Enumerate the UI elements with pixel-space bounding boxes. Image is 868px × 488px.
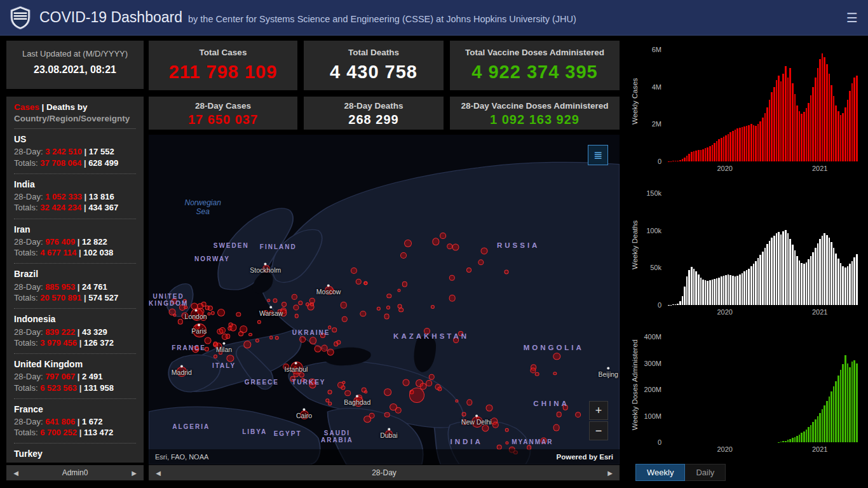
bar xyxy=(735,130,736,161)
bar xyxy=(714,143,715,161)
country-list-item[interactable]: Turkey 28-Day: | Totals: | xyxy=(14,444,136,463)
map-pager-prev-icon[interactable]: ◀ xyxy=(149,470,168,477)
bar xyxy=(732,131,734,161)
bar xyxy=(695,151,697,161)
bar xyxy=(799,261,801,305)
y-tick: 200M xyxy=(644,386,661,393)
country-28day-line: 28-Day: 797 067 | 2 491 xyxy=(14,371,136,382)
total-deaths-label: Total Deaths xyxy=(304,48,444,57)
country-label: NORWAY xyxy=(194,255,230,262)
total-cases-value: 211 798 109 xyxy=(149,62,297,83)
admin-pager-next-icon[interactable]: ▶ xyxy=(125,470,144,477)
country-list-item[interactable]: Iran 28-Day: 976 409 | 12 822 Totals: 4 … xyxy=(14,219,136,264)
country-label: FINLAND xyxy=(260,243,297,250)
bar xyxy=(769,100,771,161)
bar xyxy=(748,269,750,305)
country-list-item[interactable]: India 28-Day: 1 052 333 | 13 816 Totals:… xyxy=(14,174,136,219)
country-totals-line: Totals: 37 708 064 | 628 499 xyxy=(14,158,136,168)
y-tick: 6M xyxy=(652,46,661,53)
bar xyxy=(682,296,684,305)
country-list-item[interactable]: United Kingdom 28-Day: 797 067 | 2 491 T… xyxy=(14,354,136,399)
country-list-item[interactable]: Indonesia 28-Day: 839 222 | 43 329 Total… xyxy=(14,309,136,354)
bar xyxy=(739,274,741,305)
bar xyxy=(796,256,798,305)
zoom-in-icon: + xyxy=(595,404,602,417)
admin-pager-prev-icon[interactable]: ◀ xyxy=(6,470,25,477)
28day-cases-label: 28-Day Cases xyxy=(149,101,297,111)
bar xyxy=(759,121,761,161)
city-label: Paris xyxy=(191,324,207,335)
city-dot-icon xyxy=(194,309,197,311)
city-name: Moscow xyxy=(316,287,341,295)
bar xyxy=(806,262,808,305)
bar xyxy=(716,141,718,161)
bar xyxy=(769,241,771,305)
bar xyxy=(856,254,858,305)
bar xyxy=(840,115,842,161)
country-28day-line: 28-Day: 641 806 | 1 672 xyxy=(14,416,136,427)
bar xyxy=(725,275,727,305)
y-tick: 4M xyxy=(652,83,661,91)
menu-icon[interactable]: ☰ xyxy=(846,11,858,24)
country-list-header: Cases | Deaths by xyxy=(14,102,136,112)
x-tick: 2020 xyxy=(717,445,732,453)
bar xyxy=(700,278,702,305)
city-name: Stockholm xyxy=(250,266,281,274)
bar xyxy=(792,438,794,442)
bar xyxy=(789,68,791,161)
weekly-doses-chart: Weekly Doses Administered 0100M200M300M4… xyxy=(626,328,862,461)
map-canvas[interactable]: Norwegian SeaNORWAYSWEDENFINLANDRUSSIAUN… xyxy=(149,135,620,464)
bars xyxy=(668,193,858,305)
bar xyxy=(787,78,789,161)
28day-deaths-value: 268 299 xyxy=(304,112,444,127)
weekly-deaths-chart: Weekly Deaths 050k100k150k 20202021 xyxy=(626,184,862,324)
country-label: MONGOLIA xyxy=(524,344,584,351)
bar xyxy=(782,74,784,161)
bar xyxy=(815,248,817,305)
map-pager-next-icon[interactable]: ▶ xyxy=(600,470,620,477)
zoom-out-button[interactable]: − xyxy=(589,421,608,440)
country-list-item[interactable]: Brazil 28-Day: 885 953 | 24 761 Totals: … xyxy=(14,264,136,309)
bar xyxy=(819,59,821,161)
bar xyxy=(810,425,812,442)
city-name: Milan xyxy=(216,345,232,353)
bar xyxy=(801,114,803,161)
bar xyxy=(776,80,778,161)
zoom-in-button[interactable]: + xyxy=(589,401,608,420)
bar xyxy=(801,263,803,305)
legend-button[interactable]: ≣ xyxy=(588,145,608,165)
sea-label: Norwegian Sea xyxy=(185,198,221,216)
country-name: France xyxy=(14,403,136,415)
country-list-item[interactable]: France 28-Day: 641 806 | 1 672 Totals: 6… xyxy=(14,399,136,444)
country-28day-line: 28-Day: 885 953 | 24 761 xyxy=(14,281,136,292)
y-tick: 100k xyxy=(646,227,661,234)
bar xyxy=(835,105,837,161)
city-label: Cairo xyxy=(296,408,312,419)
bar xyxy=(723,137,725,161)
bar xyxy=(746,126,748,161)
bar xyxy=(824,57,825,161)
admin-level-pager: ◀ Admin0 ▶ xyxy=(6,465,144,480)
country-28day-line: 28-Day: 839 222 | 43 329 xyxy=(14,327,136,337)
bar xyxy=(817,416,819,442)
bar xyxy=(847,266,849,305)
map-attribution-bar: Esri, FAO, NOAA Powered by Esri xyxy=(149,449,620,464)
city-label: Istanbul xyxy=(285,362,308,372)
country-list-item[interactable]: US 28-Day: 3 242 510 | 17 552 Totals: 37… xyxy=(14,129,136,174)
bar xyxy=(759,255,761,305)
bar xyxy=(815,419,817,442)
tab-weekly[interactable]: Weekly xyxy=(635,464,685,481)
bar xyxy=(833,248,835,305)
bar xyxy=(688,154,690,161)
bar xyxy=(812,87,814,161)
city-dot-icon xyxy=(607,367,609,369)
bar xyxy=(844,355,846,442)
country-label: RUSSIA xyxy=(497,241,539,249)
city-label: Madrid xyxy=(172,365,192,376)
tab-daily[interactable]: Daily xyxy=(685,464,726,481)
bar xyxy=(789,239,791,305)
bar xyxy=(677,161,679,161)
country-label: FRANCE xyxy=(172,344,206,351)
bar xyxy=(677,304,679,305)
28day-vaccine-doses-panel: 28-Day Vaccine Doses Administered 1 092 … xyxy=(450,97,620,130)
